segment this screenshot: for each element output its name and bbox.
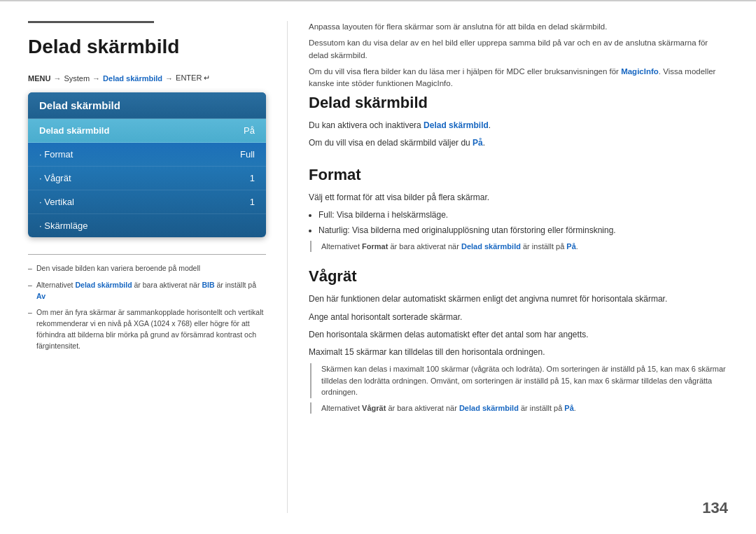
menu-item-format[interactable]: Format Full [28, 143, 266, 167]
section-title-vagrat: Vågrät [309, 267, 728, 286]
notes-section: Den visade bilden kan variera beroende p… [28, 254, 266, 351]
menu-item-value-vertikal: 1 [250, 197, 255, 207]
section-vagrat-text-3: Den horisontala skärmen delas automatisk… [309, 328, 728, 342]
vagrat-note-2: Alternativet Vågrät är bara aktiverat nä… [310, 402, 728, 414]
arrow-3: → [165, 74, 173, 83]
menu-item-skarmläge[interactable]: Skärmläge [28, 214, 266, 237]
right-column: Anpassa layouten för flera skärmar som ä… [287, 21, 728, 513]
menu-label: MENU [28, 74, 50, 83]
section-title-delad: Delad skärmbild [309, 94, 728, 112]
note-2: Alternativet Delad skärmbild är bara akt… [28, 280, 266, 302]
top-rule [0, 0, 756, 1]
vagrat-note-1: Skärmen kan delas i maximalt 100 skärmar… [310, 363, 728, 398]
menu-item-label-format: Format [39, 149, 73, 160]
section-title-format: Format [309, 166, 728, 184]
left-column: Delad skärmbild MENU → System → Delad sk… [28, 21, 287, 513]
section-rule [28, 21, 154, 23]
menu-item-value-vagrat: 1 [250, 173, 255, 183]
menu-item-value-delad: På [244, 125, 255, 136]
menu-item-label-vagrat: Vågrät [39, 173, 71, 183]
menu-item-delad[interactable]: Delad skärmbild På [28, 119, 266, 143]
section-vagrat-text-4: Maximalt 15 skärmar kan tilldelas till d… [309, 346, 728, 359]
intro-line-2: Dessutom kan du visa delar av en hel bil… [309, 37, 728, 62]
section-vagrat-text-2: Ange antal horisontalt sorterade skärmar… [309, 311, 728, 324]
note-1: Den visade bilden kan variera beroende p… [28, 263, 266, 274]
menu-item-label-skarmläge: Skärmläge [39, 220, 88, 231]
menu-item-vertikal[interactable]: Vertikal 1 [28, 190, 266, 214]
page-number: 134 [702, 499, 728, 517]
intro-line-3: Om du vill visa flera bilder kan du läsa… [309, 66, 728, 90]
menu-item-vagrat[interactable]: Vågrät 1 [28, 167, 266, 190]
menu-enter: ENTER ↵ [176, 73, 210, 83]
section-delad-text-2: Om du vill visa en delad skärmbild välje… [309, 136, 728, 150]
note-3: Om mer än fyra skärmar är sammankopplade… [28, 307, 266, 351]
section-delad-text-1: Du kan aktivera och inaktivera Delad skä… [309, 119, 728, 132]
menu-item-value-format: Full [240, 149, 255, 160]
section-vagrat-text-1: Den här funktionen delar automatiskt skä… [309, 293, 728, 306]
page-title: Delad skärmbild [28, 36, 266, 58]
format-bullet-naturlig: Naturlig: Visa bilderna med originaluppl… [318, 224, 728, 237]
menu-delad: Delad skärmbild [103, 74, 162, 83]
menu-system: System [64, 74, 90, 83]
menu-item-label-vertikal: Vertikal [39, 197, 74, 207]
format-bullet-full: Full: Visa bilderna i helskärmsläge. [318, 209, 728, 221]
arrow-1: → [53, 74, 61, 83]
menu-box-title: Delad skärmbild [28, 92, 266, 119]
menu-path: MENU → System → Delad skärmbild → ENTER … [28, 73, 266, 83]
format-bullet-list: Full: Visa bilderna i helskärmsläge. Nat… [318, 209, 728, 237]
format-note: Alternativet Format är bara aktiverat nä… [310, 241, 728, 253]
menu-item-label-delad: Delad skärmbild [39, 125, 109, 136]
section-format-text-1: Välj ett format för att visa bilder på f… [309, 191, 728, 204]
intro-line-1: Anpassa layouten för flera skärmar som ä… [309, 21, 728, 33]
menu-box: Delad skärmbild Delad skärmbild På Forma… [28, 92, 266, 237]
arrow-2: → [92, 74, 100, 83]
